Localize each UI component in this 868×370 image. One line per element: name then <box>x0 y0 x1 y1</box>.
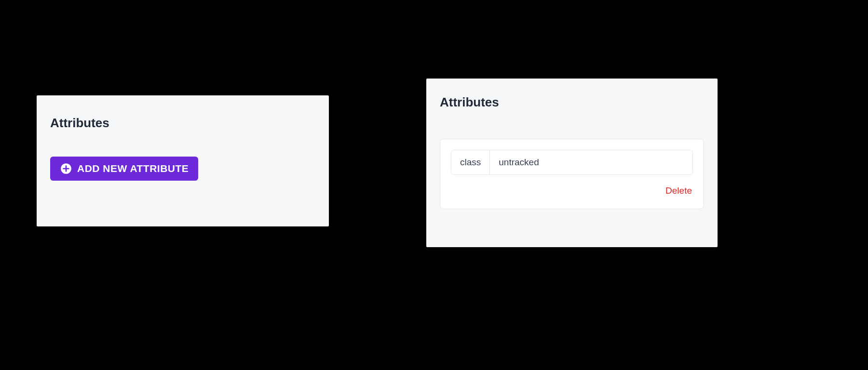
attribute-row: class <box>451 150 693 175</box>
delete-attribute-button[interactable]: Delete <box>665 184 693 198</box>
attribute-key-field[interactable]: class <box>451 150 490 174</box>
plus-circle-icon <box>60 162 72 175</box>
add-new-attribute-button[interactable]: Add new attribute <box>50 157 198 181</box>
panel-title: Attributes <box>440 95 704 110</box>
panel-title: Attributes <box>50 116 315 131</box>
attribute-value-input[interactable] <box>490 150 692 174</box>
add-button-label: Add new attribute <box>77 163 189 174</box>
attributes-panel-empty: Attributes Add new attribute <box>37 95 329 226</box>
attribute-card: class Delete <box>440 139 704 209</box>
attributes-panel-filled: Attributes class Delete <box>426 79 718 247</box>
delete-row: Delete <box>451 184 693 198</box>
